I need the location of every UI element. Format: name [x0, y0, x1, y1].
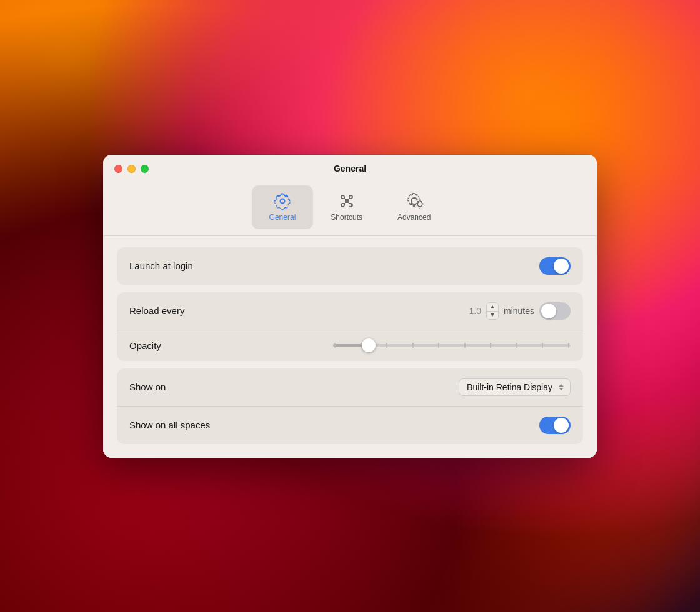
chevron-down-icon: [559, 388, 564, 390]
reload-every-label: Reload every: [129, 305, 184, 316]
show-on-label: Show on: [129, 382, 166, 392]
launch-at-login-toggle[interactable]: [539, 257, 571, 275]
reload-controls: 1.0 ▲ ▼ minutes: [464, 302, 571, 320]
tab-shortcuts-label: Shortcuts: [331, 213, 362, 222]
show-on-row: Show on Built-in Retina Display: [117, 368, 583, 406]
gear-icon: [273, 192, 292, 210]
launch-at-login-card: Launch at login: [117, 247, 583, 285]
stepper-down-button[interactable]: ▼: [487, 311, 498, 319]
window-controls: [114, 165, 149, 173]
show-on-card: Show on Built-in Retina Display Show on …: [117, 368, 583, 444]
stepper-up-button[interactable]: ▲: [487, 303, 498, 311]
opacity-label: Opacity: [129, 340, 161, 351]
window-title: General: [334, 164, 366, 174]
tab-general-label: General: [269, 213, 296, 222]
show-on-select[interactable]: Built-in Retina Display: [459, 378, 571, 396]
minimize-button[interactable]: [128, 165, 136, 173]
content-area: Launch at login Reload every 1.0 ▲ ▼ min…: [103, 236, 597, 458]
tab-advanced-label: Advanced: [398, 213, 431, 222]
close-button[interactable]: [114, 165, 122, 173]
opacity-slider-container: [333, 344, 571, 347]
show-all-spaces-thumb: [554, 418, 569, 433]
reload-toggle[interactable]: [539, 302, 571, 320]
chevron-icon: [559, 384, 564, 390]
show-all-spaces-toggle[interactable]: [539, 417, 571, 434]
command-icon: [338, 192, 356, 210]
reload-toggle-thumb: [541, 304, 556, 318]
chevron-up-icon: [559, 384, 564, 387]
show-on-value: Built-in Retina Display: [467, 382, 552, 392]
reload-opacity-card: Reload every 1.0 ▲ ▼ minutes Opacity: [117, 292, 583, 361]
toggle-thumb: [554, 259, 569, 274]
svg-point-0: [416, 200, 424, 209]
maximize-button[interactable]: [141, 165, 149, 173]
advanced-gear-icon: [403, 192, 426, 210]
reload-value: 1.0: [464, 306, 481, 316]
minutes-label: minutes: [504, 306, 534, 316]
reload-stepper[interactable]: ▲ ▼: [486, 302, 499, 320]
launch-at-login-label: Launch at login: [129, 260, 193, 271]
show-all-spaces-row: Show on all spaces: [117, 406, 583, 444]
titlebar: General: [103, 155, 597, 180]
tab-shortcuts[interactable]: Shortcuts: [313, 185, 380, 229]
tab-advanced[interactable]: Advanced: [380, 185, 448, 229]
opacity-row: Opacity: [117, 330, 583, 361]
launch-at-login-row: Launch at login: [117, 247, 583, 285]
toolbar: General Shortcuts: [103, 180, 597, 229]
window: General General Shortcuts: [103, 155, 597, 458]
opacity-slider-track[interactable]: [333, 344, 571, 347]
tab-general[interactable]: General: [252, 185, 314, 229]
reload-every-row: Reload every 1.0 ▲ ▼ minutes: [117, 292, 583, 330]
show-all-spaces-label: Show on all spaces: [129, 420, 210, 430]
opacity-slider-thumb[interactable]: [362, 338, 376, 352]
